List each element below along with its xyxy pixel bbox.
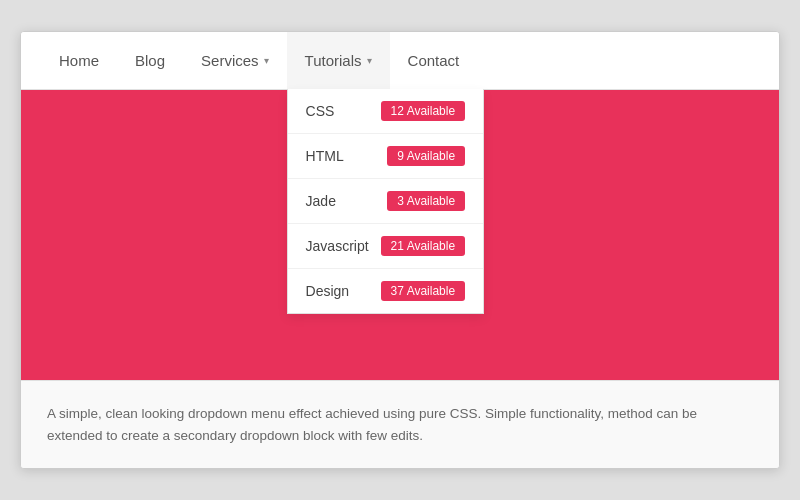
dropdown-badge-jade: 3 Available xyxy=(387,191,465,211)
nav-item-home[interactable]: Home xyxy=(41,32,117,89)
dropdown-label-javascript: Javascript xyxy=(306,238,369,254)
dropdown-badge-css: 12 Available xyxy=(381,101,466,121)
dropdown-item-design[interactable]: Design 37 Available xyxy=(288,269,484,313)
dropdown-label-html: HTML xyxy=(306,148,344,164)
dropdown-label-design: Design xyxy=(306,283,350,299)
app-window: Home Blog Services ▾ Tutorials ▾ CSS 12 … xyxy=(20,31,780,469)
dropdown-item-jade[interactable]: Jade 3 Available xyxy=(288,179,484,224)
nav-label-tutorials: Tutorials xyxy=(305,52,362,69)
nav-item-services[interactable]: Services ▾ xyxy=(183,32,287,89)
navbar: Home Blog Services ▾ Tutorials ▾ CSS 12 … xyxy=(21,32,779,90)
description-paragraph: A simple, clean looking dropdown menu ef… xyxy=(47,403,753,446)
dropdown-badge-design: 37 Available xyxy=(381,281,466,301)
nav-label-blog: Blog xyxy=(135,52,165,69)
nav-label-services: Services xyxy=(201,52,259,69)
dropdown-badge-javascript: 21 Available xyxy=(381,236,466,256)
dropdown-item-css[interactable]: CSS 12 Available xyxy=(288,89,484,134)
dropdown-item-html[interactable]: HTML 9 Available xyxy=(288,134,484,179)
dropdown-item-javascript[interactable]: Javascript 21 Available xyxy=(288,224,484,269)
nav-item-blog[interactable]: Blog xyxy=(117,32,183,89)
dropdown-badge-html: 9 Available xyxy=(387,146,465,166)
nav-label-contact: Contact xyxy=(408,52,460,69)
nav-label-home: Home xyxy=(59,52,99,69)
dropdown-label-css: CSS xyxy=(306,103,335,119)
dropdown-label-jade: Jade xyxy=(306,193,336,209)
tutorials-dropdown: CSS 12 Available HTML 9 Available Jade 3… xyxy=(287,89,485,314)
services-caret-icon: ▾ xyxy=(264,55,269,66)
nav-item-tutorials[interactable]: Tutorials ▾ CSS 12 Available HTML 9 Avai… xyxy=(287,32,390,89)
description-text: A simple, clean looking dropdown menu ef… xyxy=(21,380,779,468)
tutorials-caret-icon: ▾ xyxy=(367,55,372,66)
nav-item-contact[interactable]: Contact xyxy=(390,32,478,89)
